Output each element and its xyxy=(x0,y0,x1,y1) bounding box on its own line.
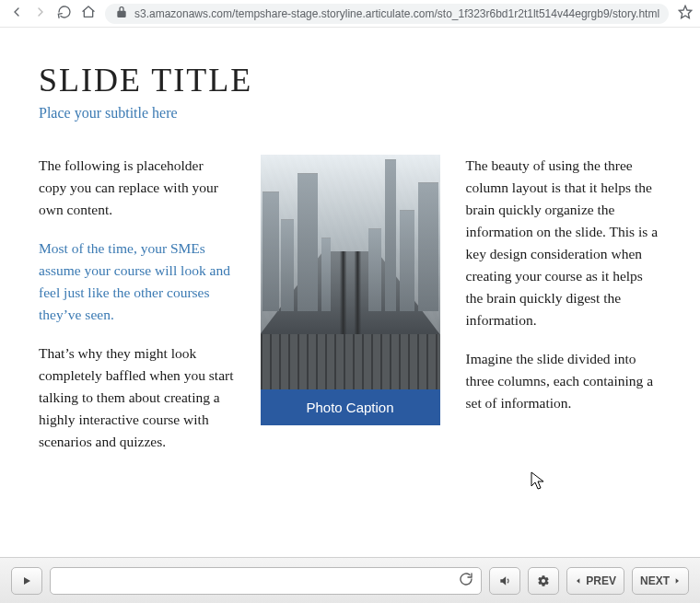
svg-marker-0 xyxy=(679,6,691,17)
seek-bar[interactable] xyxy=(50,567,482,595)
right-paragraph-2: Imagine the slide divided into three col… xyxy=(466,348,662,414)
star-icon[interactable] xyxy=(678,5,693,22)
right-paragraph-1: The beauty of using the three column lay… xyxy=(466,155,662,331)
browser-toolbar: s3.amazonaws.com/tempshare-stage.storyli… xyxy=(0,0,700,28)
url-text: s3.amazonaws.com/tempshare-stage.storyli… xyxy=(134,7,659,20)
column-left: The following is placeholder copy you ca… xyxy=(39,155,235,470)
photo-skyline xyxy=(261,155,440,311)
column-middle: Photo Caption xyxy=(261,155,440,470)
left-paragraph-3: That’s why they might look completely ba… xyxy=(39,342,235,453)
back-button[interactable] xyxy=(9,5,24,22)
address-bar[interactable]: s3.amazonaws.com/tempshare-stage.storyli… xyxy=(105,4,669,24)
slide-photo xyxy=(261,155,440,389)
svg-marker-6 xyxy=(676,578,679,583)
prev-button[interactable]: PREV xyxy=(566,567,624,595)
left-paragraph-1: The following is placeholder copy you ca… xyxy=(39,155,235,221)
photo-caption: Photo Caption xyxy=(261,389,440,425)
player-bar: PREV NEXT xyxy=(0,557,700,603)
page-title: SLIDE TITLE xyxy=(39,61,661,99)
left-paragraph-2: Most of the time, your SMEs assume your … xyxy=(39,238,235,326)
forward-button[interactable] xyxy=(33,5,48,22)
page-subtitle: Place your subtitle here xyxy=(39,105,661,122)
home-button[interactable] xyxy=(81,5,96,22)
column-right: The beauty of using the three column lay… xyxy=(466,155,662,470)
replay-icon[interactable] xyxy=(459,572,473,590)
prev-label: PREV xyxy=(586,574,616,587)
reload-button[interactable] xyxy=(57,5,72,22)
next-label: NEXT xyxy=(640,574,670,587)
play-button[interactable] xyxy=(11,567,42,595)
lock-icon xyxy=(114,5,129,22)
settings-button[interactable] xyxy=(528,567,559,595)
next-button[interactable]: NEXT xyxy=(632,567,689,595)
svg-marker-4 xyxy=(24,577,30,585)
svg-marker-5 xyxy=(577,578,579,583)
slide-stage: SLIDE TITLE Place your subtitle here The… xyxy=(0,28,700,557)
volume-button[interactable] xyxy=(489,567,520,595)
